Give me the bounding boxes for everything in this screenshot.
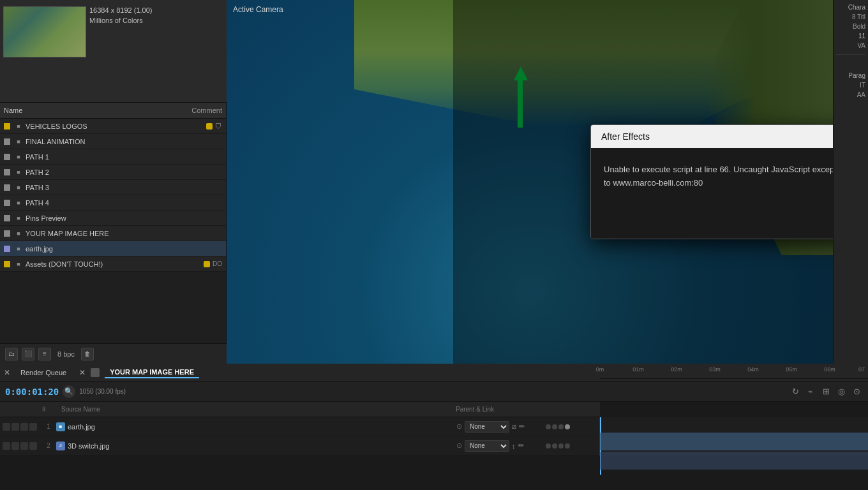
track-pen-icon[interactable]: ✏ [519,422,525,431]
comp-close-button[interactable]: ✕ [79,368,86,377]
divider [836,54,865,67]
new-folder-button[interactable]: 🗂 [5,348,18,360]
ruler-mark-0m: 0m [596,366,604,373]
layer-assets[interactable]: ■ Assets (DON'T TOUCH!) DO [0,256,226,272]
dialog-box: After Effects Unable to execute script a… [590,124,833,240]
layer-type-icon: ■ [14,168,23,177]
header-num: # [42,406,61,413]
track-visibility-icons [3,442,41,450]
layer-badge [206,123,213,130]
paragraph-section-title: Parag [836,71,865,80]
tab-comp-name[interactable]: YOUR MAP IMAGE HERE [105,367,199,378]
layer-type-icon: ■ [14,137,23,146]
track-parent-area: ⊙ None ⧄ ✏ [456,421,546,433]
tracks-column-header: # Source Name Parent & Link [0,402,600,417]
track-switches [546,424,597,429]
graph-editor-icon[interactable]: ⊞ [819,385,832,398]
track-row-2[interactable]: 2 # 3D switch.jpg ⊙ None ↕ ✏ [0,436,599,456]
layer-vehicles-logos[interactable]: ■ VEHICLES LOGOS ⛉ [0,119,226,134]
layer-color-indicator [4,169,10,175]
colors-text: Millions of Colors [89,17,152,24]
name-column-header: Name [4,107,22,114]
solo-toggle[interactable] [20,442,28,450]
dialog-overlay: After Effects Unable to execute script a… [453,0,833,364]
layer-extra-text: DO [213,260,222,267]
solo-toggle[interactable] [20,423,28,431]
track-number: 1 [41,423,56,430]
layer-map-image[interactable]: ■ YOUR MAP IMAGE HERE [0,226,226,241]
shy-icon[interactable]: ⊙ [850,385,863,398]
search-button[interactable]: 🔍 [63,385,75,398]
layer-type-icon: ■ [14,260,23,269]
project-header: Name Comment [0,102,226,119]
layer-name: Assets (DON'T TOUCH!) [26,260,201,268]
style-row: Bold [836,23,865,30]
aa-row: AA [836,91,865,98]
motion-blur-icon[interactable]: ↻ [789,385,802,398]
right-panel: Chara 8 Titl Bold 11 VA Parag IT AA [833,0,868,364]
ruler-mark-05m: 05m [786,366,797,373]
layer-final-animation[interactable]: ■ FINAL ANIMATION [0,134,226,149]
dialog-title: After Effects [601,131,650,142]
character-section-title: Chara [836,3,865,12]
track-dot [552,443,557,449]
layer-path1[interactable]: ■ PATH 1 [0,149,226,165]
new-item-button[interactable]: ≡ [38,348,51,360]
new-comp-button[interactable]: ⬛ [22,348,34,360]
track-link-icon[interactable]: ⧄ [512,422,516,431]
timeline-controls: 0:00:01:20 🔍 1050 (30.00 fps) ↻ ⌁ ⊞ ◎ ⊙ [0,382,868,402]
track-bar-1 [600,433,868,450]
tab-render-queue[interactable]: Render Queue [15,368,71,378]
layer-name: VEHICLES LOGOS [26,122,204,130]
viewport-label: Active Camera [233,5,283,14]
project-bottom-toolbar: 🗂 ⬛ ≡ 8 bpc 🗑 [0,343,227,364]
layer-type-icon: ■ [14,122,23,131]
layer-color-indicator [4,230,10,237]
va-row: VA [836,42,865,49]
size-row: 11 [836,33,865,40]
track-dot [558,424,564,429]
layer-color-indicator [4,154,10,160]
layer-type-icon: ■ [14,214,23,223]
lock-toggle[interactable] [29,442,37,450]
lock-icon[interactable]: ◎ [835,385,848,398]
ruler-mark-01m: 01m [632,366,644,373]
track-parent-select[interactable]: None [465,421,509,433]
lock-toggle[interactable] [29,423,37,431]
audio-toggle[interactable] [11,423,19,431]
it-label: IT [860,82,865,89]
track-row-1[interactable]: 1 ■ earth.jpg ⊙ None ⧄ ✏ [0,417,599,436]
dialog-title-bar: After Effects [591,125,833,148]
track-type-icon-hash: # [56,442,65,450]
layer-path3[interactable]: ■ PATH 3 [0,180,226,195]
track-dot [565,443,570,449]
timeline-close-button[interactable]: ✕ [4,368,10,377]
current-time[interactable]: 0:00:01:20 [5,387,59,397]
video-toggle[interactable] [3,442,10,450]
layer-name: FINAL ANIMATION [26,138,222,145]
delete-button[interactable]: 🗑 [81,348,94,360]
frame-blend-icon[interactable]: ⌁ [804,385,817,398]
layer-type-icon: ■ [14,229,23,238]
tracks-right-panel [600,417,868,456]
header-parent: Parent & Link [456,406,545,413]
layer-branch-icon: ⛉ [215,122,222,130]
video-toggle[interactable] [3,423,10,431]
layer-path4[interactable]: ■ PATH 4 [0,195,226,211]
layer-type-icon: ■ [14,244,23,253]
layer-earth-jpg[interactable]: ■ earth.jpg [0,241,226,256]
layer-path2[interactable]: ■ PATH 2 [0,165,226,180]
layer-pins-preview[interactable]: ■ Pins Preview [0,211,226,226]
comment-column-header: Comment [191,107,222,114]
track-parent-select[interactable]: None [465,440,509,452]
layer-name: PATH 4 [26,199,222,207]
track-dot [546,443,551,449]
resolution-text: 16384 x 8192 (1.00) [89,6,152,14]
fps-display: 1050 (30.00 fps) [79,388,126,395]
track-pen-icon[interactable]: ✏ [518,442,524,450]
layer-list: ■ VEHICLES LOGOS ⛉ ■ FINAL ANIMATION ■ P… [0,119,226,272]
track-dot [546,424,551,429]
track-link-icon[interactable]: ↕ [512,442,516,450]
audio-toggle[interactable] [11,442,19,450]
layer-name: PATH 2 [26,168,222,176]
